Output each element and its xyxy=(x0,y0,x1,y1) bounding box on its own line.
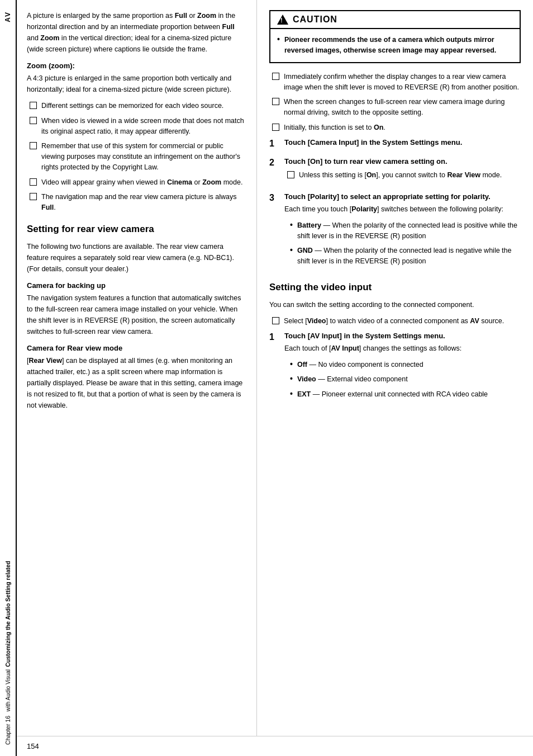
checkbox-icon xyxy=(272,317,279,324)
step-3: 3 Touch [Polarity] to select an appropri… xyxy=(269,192,521,271)
step-content: Touch [AV Input] in the System Settings … xyxy=(284,331,521,404)
list-item-text: When the screen changes to full-screen r… xyxy=(284,97,521,118)
list-item-text: Video will appear grainy when viewed in … xyxy=(41,177,242,188)
left-column: A picture is enlarged by the same propor… xyxy=(17,0,257,736)
step-title: Touch [Camera Input] in the System Setti… xyxy=(284,138,462,147)
caution-header: CAUTION xyxy=(270,11,520,29)
video-step-1: 1 Touch [AV Input] in the System Setting… xyxy=(269,331,521,404)
step-number: 1 xyxy=(269,331,282,343)
bullet-item: • GND — When the polarity of the connect… xyxy=(284,245,521,267)
checkbox-icon xyxy=(272,98,279,105)
checkbox-icon xyxy=(272,124,279,131)
list-item-text: Select [Video] to watch video of a conne… xyxy=(284,316,504,327)
step-title: Touch [AV Input] in the System Settings … xyxy=(284,332,445,340)
page-footer: 154 xyxy=(17,736,533,756)
bullet-item: • Video — External video component xyxy=(284,374,521,385)
bullet-icon: • xyxy=(290,389,293,398)
caution-triangle-icon xyxy=(277,15,288,25)
step-title: Touch [On] to turn rear view camera sett… xyxy=(284,157,448,166)
zoom-heading: Zoom (zoom): xyxy=(27,62,246,70)
bullet-icon: • xyxy=(290,360,293,368)
list-item: Video will appear grainy when viewed in … xyxy=(27,177,246,188)
list-item: The navigation map and the rear view cam… xyxy=(27,192,246,213)
list-item-text: Immediately confirm whether the display … xyxy=(284,72,521,93)
step-body: Each time you touch [Polarity] switches … xyxy=(284,204,521,215)
sidebar-bottom: Customizing the Audio Setting related wi… xyxy=(4,561,11,711)
sidebar: AV Customizing the Audio Setting related… xyxy=(0,0,17,756)
rear-camera-section-heading: Setting for rear view camera xyxy=(27,223,246,235)
checkbox-icon xyxy=(272,73,279,80)
bullet-icon: • xyxy=(277,35,280,44)
content-area: A picture is enlarged by the same propor… xyxy=(17,0,533,756)
list-item-text: The navigation map and the rear view cam… xyxy=(41,192,246,213)
checkbox-icon xyxy=(30,117,37,124)
step-content: Touch [Camera Input] in the System Setti… xyxy=(284,138,521,148)
intro-paragraph: A picture is enlarged by the same propor… xyxy=(27,10,246,55)
sidebar-av-label: AV xyxy=(4,11,12,22)
step-2: 2 Touch [On] to turn rear view camera se… xyxy=(269,157,521,185)
bullet-item: • Battery — When the polarity of the con… xyxy=(284,220,521,242)
zoom-items-list: Different settings can be memorized for … xyxy=(27,101,246,213)
caution-title: CAUTION xyxy=(293,15,337,25)
step-title: Touch [Polarity] to select an appropriat… xyxy=(284,192,491,201)
caution-body: • Pioneer recommends the use of a camera… xyxy=(270,29,520,62)
page-wrapper: AV Customizing the Audio Setting related… xyxy=(0,0,533,756)
checkbox-icon xyxy=(30,142,37,149)
list-item: Immediately confirm whether the display … xyxy=(269,72,521,93)
list-item-text: Different settings can be memorized for … xyxy=(41,101,223,111)
caution-bullet-text: Pioneer recommends the use of a camera w… xyxy=(284,35,513,56)
section-intro: The following two functions are availabl… xyxy=(27,241,246,275)
list-item: Different settings can be memorized for … xyxy=(27,101,246,111)
video-input-section-heading: Setting the video input xyxy=(269,281,521,294)
bullet-icon: • xyxy=(290,245,293,254)
bullet-text: Video — External video component xyxy=(297,374,408,385)
list-item-text: Remember that use of this system for com… xyxy=(41,141,246,172)
sidebar-sub-label: with Audio Visual xyxy=(5,669,11,711)
step-1: 1 Touch [Camera Input] in the System Set… xyxy=(269,138,521,150)
columns-area: A picture is enlarged by the same propor… xyxy=(17,0,533,736)
list-item: Initially, this function is set to On. xyxy=(269,122,521,133)
step-content: Touch [On] to turn rear view camera sett… xyxy=(284,157,521,185)
chapter-label: Chapter 16 xyxy=(4,716,11,745)
bullet-icon: • xyxy=(290,374,293,383)
list-item: When video is viewed in a wide screen mo… xyxy=(27,116,246,137)
right-checkbox-list: Immediately confirm whether the display … xyxy=(269,72,521,133)
camera-backing-text: The navigation system features a functio… xyxy=(27,292,246,337)
bullet-text: EXT — Pioneer external unit connected wi… xyxy=(297,389,488,400)
camera-rear-heading: Camera for Rear view mode xyxy=(27,344,246,352)
bullet-item: • EXT — Pioneer external unit connected … xyxy=(284,389,521,400)
step-content: Touch [Polarity] to select an appropriat… xyxy=(284,192,521,271)
caution-box: CAUTION • Pioneer recommends the use of … xyxy=(269,10,521,63)
list-item: When the screen changes to full-screen r… xyxy=(269,97,521,118)
step-number: 1 xyxy=(269,138,282,150)
sidebar-main-label: Customizing the Audio Setting related xyxy=(4,561,11,667)
sub-item-text: Unless this setting is [On], you cannot … xyxy=(299,170,502,181)
checkbox-icon xyxy=(30,193,37,200)
caution-bullet: • Pioneer recommends the use of a camera… xyxy=(277,35,513,56)
bullet-text: Off — No video component is connected xyxy=(297,360,423,370)
list-item: Select [Video] to watch video of a conne… xyxy=(269,316,521,327)
camera-rear-text: [Rear View] can be displayed at all time… xyxy=(27,355,246,411)
bullet-icon: • xyxy=(290,220,293,229)
bullet-text: GND — When the polarity of the connected… xyxy=(297,245,521,267)
video-input-intro: You can switch the setting according to … xyxy=(269,299,521,310)
list-item-text: When video is viewed in a wide screen mo… xyxy=(41,116,246,137)
sub-list-item: Unless this setting is [On], you cannot … xyxy=(284,170,521,181)
checkbox-icon xyxy=(30,102,37,109)
bullet-text: Battery — When the polarity of the conne… xyxy=(297,220,521,242)
zoom-text: A 4:3 picture is enlarged in the same pr… xyxy=(27,73,246,95)
list-item: Remember that use of this system for com… xyxy=(27,141,246,172)
step-number: 3 xyxy=(269,192,282,204)
checkbox-icon xyxy=(30,178,37,186)
bullet-item: • Off — No video component is connected xyxy=(284,360,521,370)
right-column: CAUTION • Pioneer recommends the use of … xyxy=(257,0,533,736)
page-number: 154 xyxy=(27,742,39,750)
list-item-text: Initially, this function is set to On. xyxy=(284,122,386,133)
checkbox-icon xyxy=(287,171,294,178)
camera-backing-heading: Camera for backing up xyxy=(27,281,246,290)
step-number: 2 xyxy=(269,157,282,169)
step-body: Each touch of [AV Input] changes the set… xyxy=(284,343,521,354)
